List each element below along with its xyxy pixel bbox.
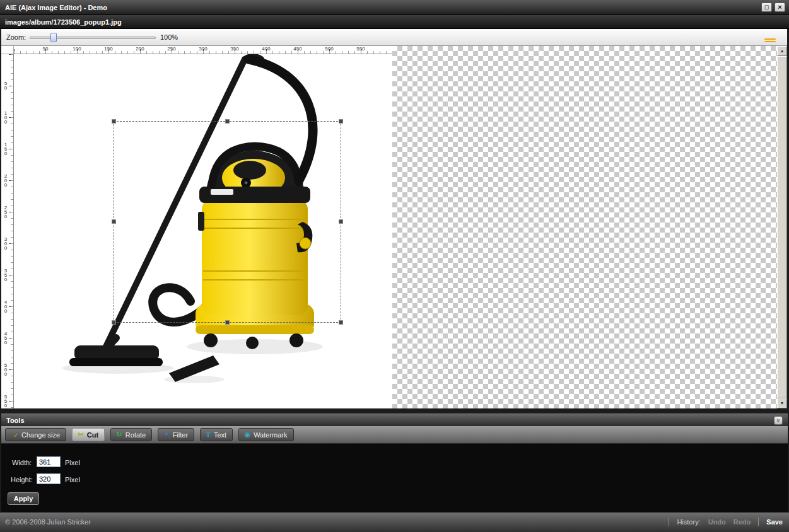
- tab-label: Filter: [173, 431, 188, 439]
- undo-button[interactable]: Undo: [708, 518, 726, 526]
- scissors-icon: ✂: [78, 431, 84, 438]
- zoom-label: Zoom:: [6, 33, 26, 41]
- scroll-up-button[interactable]: ▲: [777, 46, 787, 56]
- divider: [758, 518, 759, 526]
- scroll-up-icon: ▲: [780, 49, 785, 53]
- selection-handle[interactable]: [112, 219, 116, 224]
- divider: [669, 518, 669, 526]
- file-path: images/album/1723506_popup1.jpg: [5, 18, 122, 26]
- text-icon: T: [206, 431, 211, 438]
- transparency-checkerboard: [392, 46, 777, 408]
- grip-icon: [764, 38, 776, 43]
- selection-handle[interactable]: [339, 320, 343, 325]
- scroll-down-icon: ▼: [780, 401, 785, 405]
- status-right-cluster: History: Undo Redo Save: [669, 512, 783, 531]
- selection-handle[interactable]: [339, 119, 343, 124]
- selection-handle[interactable]: [225, 119, 230, 124]
- scroll-down-button[interactable]: ▼: [777, 398, 787, 408]
- close-button[interactable]: ×: [774, 3, 785, 12]
- height-label: Height:: [11, 476, 33, 483]
- collapse-panel-button[interactable]: »: [774, 416, 783, 425]
- restore-button[interactable]: ◻: [761, 3, 772, 12]
- ruler-corner: [1, 46, 14, 54]
- file-path-bar: images/album/1723506_popup1.jpg: [0, 15, 789, 29]
- tab-label: Cut: [87, 431, 98, 439]
- width-unit-label: Pixel: [65, 459, 80, 466]
- tab-filter[interactable]: ▼ Filter: [158, 428, 194, 441]
- zoom-slider-track[interactable]: [30, 37, 156, 39]
- apply-button[interactable]: Apply: [8, 492, 39, 505]
- tab-watermark[interactable]: ◉ Watermark: [238, 428, 294, 441]
- height-field[interactable]: [37, 473, 61, 484]
- close-icon: ×: [778, 3, 781, 11]
- width-field[interactable]: [37, 456, 61, 467]
- selection-handle[interactable]: [339, 219, 343, 224]
- history-label: History:: [677, 518, 700, 526]
- editor-canvas: 50100150200250300350400450500550 5 01 0 …: [1, 46, 777, 408]
- save-button[interactable]: Save: [766, 518, 783, 526]
- tab-label: Change size: [21, 431, 60, 439]
- selection-handle[interactable]: [112, 119, 116, 124]
- copyright-text: © 2006-2008 Julian Stricker: [5, 512, 91, 531]
- width-label: Width:: [12, 459, 32, 466]
- redo-button[interactable]: Redo: [733, 518, 751, 526]
- tab-label: Rotate: [126, 431, 146, 439]
- height-unit-label: Pixel: [65, 476, 80, 483]
- filter-icon: ▼: [164, 431, 170, 438]
- zoom-slider-handle[interactable]: [50, 33, 57, 42]
- vertical-scrollbar[interactable]: ▲ ▼: [777, 46, 787, 408]
- watermark-icon: ◉: [245, 431, 251, 438]
- resize-icon: ↔: [10, 430, 20, 440]
- tab-change-size[interactable]: ↔ Change size: [5, 428, 66, 441]
- selection-handle[interactable]: [112, 320, 116, 325]
- tab-cut[interactable]: ✂ Cut: [72, 428, 105, 441]
- image-editor-window: AIE (Ajax Image Editor) - Demo ◻ × image…: [0, 0, 789, 532]
- h-ruler: 50100150200250300350400450500550: [14, 46, 392, 54]
- tools-toolbar: ↔ Change size ✂ Cut ↻ Rotate ▼ Filter T …: [1, 426, 788, 444]
- zoom-bar: Zoom: 100%: [1, 29, 787, 46]
- status-bar: © 2006-2008 Julian Stricker History: Und…: [0, 512, 789, 532]
- v-ruler: 5 01 0 01 5 02 0 02 5 03 0 03 5 04 0 04 …: [1, 54, 14, 408]
- chevron-down-icon: »: [774, 419, 782, 422]
- scrollbar-thumb[interactable]: [777, 56, 787, 398]
- tab-text[interactable]: T Text: [200, 428, 233, 441]
- tab-rotate[interactable]: ↻ Rotate: [110, 428, 153, 441]
- selection-box[interactable]: [114, 121, 341, 323]
- image-area[interactable]: [14, 54, 392, 407]
- tab-label: Watermark: [254, 431, 287, 439]
- tools-panel-title: Tools: [6, 417, 25, 424]
- window-title: AIE (Ajax Image Editor) - Demo: [5, 4, 107, 11]
- tab-label: Text: [214, 431, 226, 439]
- restore-icon: ◻: [764, 4, 769, 10]
- title-bar: AIE (Ajax Image Editor) - Demo ◻ ×: [0, 0, 789, 15]
- cut-tool-panel: Width: Pixel Height: Pixel Apply: [1, 444, 788, 512]
- zoom-value: 100%: [160, 33, 178, 41]
- rotate-icon: ↻: [117, 431, 122, 438]
- selection-handle[interactable]: [225, 320, 230, 325]
- tools-panel-header: Tools »: [1, 413, 788, 426]
